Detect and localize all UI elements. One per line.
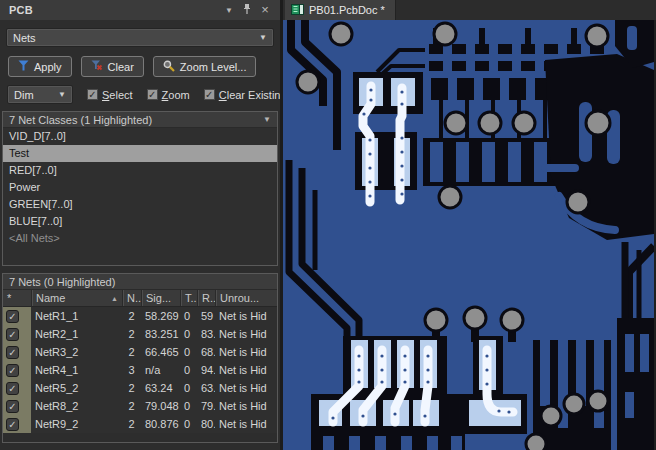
net-classes-box: 7 Net Classes (1 Highlighted) ▼ VID_D[7.… [2,111,278,266]
net-unrouted: Net is Hid [215,418,277,430]
panel-mode-value: Nets [13,32,36,44]
pcb-panel: PCB ▼ × Nets ▼ Apply Clear Zoom Level... [0,0,283,450]
table-row[interactable]: ✓ NetR8_2 2 79.048 0 79. Net is Hid [3,397,277,415]
column-header-name-label: Name [36,292,65,304]
checkbox-checked-icon[interactable]: ✓ [6,346,19,359]
chevron-down-icon: ▼ [259,33,267,42]
net-enabled-cell: ✓ [3,343,31,361]
net-class-item-selected[interactable]: Test [3,145,277,162]
net-unrouted: Net is Hid [215,328,277,340]
document-tabbar: PB01.PcbDoc * [283,0,656,20]
net-classes-header[interactable]: 7 Net Classes (1 Highlighted) ▼ [3,112,277,128]
net-t: 0 [180,364,197,376]
net-unrouted: Net is Hid [215,400,277,412]
select-checkbox-group[interactable]: ✓ Select [87,89,133,101]
net-classes-header-label: 7 Net Classes (1 Highlighted) [9,114,152,126]
pin-icon[interactable] [238,3,256,17]
dim-mode-value: Dim [14,89,34,101]
net-class-item[interactable]: BLUE[7..0] [3,213,277,230]
column-header-signal[interactable]: Sig... [141,290,180,306]
chevron-down-icon: ▼ [263,115,271,124]
net-routed: 94. [197,364,215,376]
application-window: PCB ▼ × Nets ▼ Apply Clear Zoom Level... [0,0,656,450]
dim-mode-select[interactable]: Dim ▼ [7,85,73,104]
clear-existing-checkbox-group[interactable]: ✓ Clear Existing [204,89,280,101]
net-routed: 80. [197,418,215,430]
net-t: 0 [180,346,197,358]
chevron-down-icon: ▼ [58,90,66,99]
net-enabled-cell: ✓ [3,397,31,415]
column-header-name[interactable]: Name ▲ [31,290,122,306]
net-t: 0 [180,382,197,394]
table-row[interactable]: ✓ NetR9_2 2 80.876 0 80. Net is Hid [3,415,277,433]
magnifier-icon [163,60,175,74]
net-unrouted: Net is Hid [215,382,277,394]
column-header-unrouted[interactable]: Unrou... [215,290,277,306]
net-signal: 83.251 [141,328,180,340]
zoom-level-button[interactable]: Zoom Level... [153,56,257,77]
column-header-t[interactable]: T... [180,290,197,306]
net-signal: n/a [141,364,180,376]
apply-button[interactable]: Apply [8,56,72,77]
checkbox-checked-icon[interactable]: ✓ [204,89,215,100]
net-name: NetR2_1 [31,328,122,340]
net-class-item[interactable]: GREEN[7..0] [3,196,277,213]
table-row[interactable]: ✓ NetR1_1 2 58.269 0 59 Net is Hid [3,307,277,325]
table-row[interactable]: ✓ NetR3_2 2 66.465 0 68. Net is Hid [3,343,277,361]
zoom-checkbox-group[interactable]: ✓ Zoom [147,89,190,101]
clear-button[interactable]: Clear [81,56,144,77]
zoom-checkbox-label: Zoom [162,89,190,101]
net-signal: 58.269 [141,310,180,322]
column-header-star[interactable]: * [3,290,31,306]
net-name: NetR1_1 [31,310,122,322]
checkbox-checked-icon[interactable]: ✓ [6,328,19,341]
net-routed: 68. [197,346,215,358]
net-class-item[interactable]: RED[7..0] [3,162,277,179]
column-header-nodes[interactable]: N.. [122,290,141,306]
panel-title: PCB [9,4,33,16]
clear-button-label: Clear [108,61,134,73]
net-unrouted: Net is Hid [215,364,277,376]
net-name: NetR5_2 [31,382,122,394]
net-name: NetR8_2 [31,400,122,412]
nets-box: 7 Nets (0 Highlighted) * Name ▲ N.. Sig.… [2,273,278,443]
net-nodes: 2 [122,400,141,412]
net-routed: 79. [197,400,215,412]
panel-menu-dropdown-icon[interactable]: ▼ [220,6,238,15]
panel-mode-select[interactable]: Nets ▼ [6,28,274,47]
net-signal: 66.465 [141,346,180,358]
net-t: 0 [180,328,197,340]
net-class-item[interactable]: VID_D[7..0] [3,128,277,145]
table-row[interactable]: ✓ NetR2_1 2 83.251 0 83. Net is Hid [3,325,277,343]
net-class-item-all-nets[interactable]: <All Nets> [3,230,277,247]
checkbox-checked-icon[interactable]: ✓ [6,382,19,395]
net-signal: 79.048 [141,400,180,412]
net-routed: 59 [197,310,215,322]
column-header-routed[interactable]: R... [197,290,215,306]
table-row[interactable]: ✓ NetR5_2 2 63.24 0 63. Net is Hid [3,379,277,397]
nets-header-label: 7 Nets (0 Highlighted) [9,276,115,288]
close-icon[interactable]: × [256,5,274,15]
net-nodes: 3 [122,364,141,376]
zoom-level-button-label: Zoom Level... [180,61,247,73]
apply-funnel-icon [18,60,29,73]
net-nodes: 2 [122,310,141,322]
checkbox-checked-icon[interactable]: ✓ [147,89,158,100]
panel-toolbar: Apply Clear Zoom Level... [8,56,280,77]
net-enabled-cell: ✓ [3,307,31,325]
checkbox-checked-icon[interactable]: ✓ [6,418,19,431]
tab-pb01-pcbdoc[interactable]: PB01.PcbDoc * [285,0,396,20]
pcb-canvas[interactable] [283,20,654,450]
net-nodes: 2 [122,346,141,358]
checkbox-checked-icon[interactable]: ✓ [87,89,98,100]
checkbox-checked-icon[interactable]: ✓ [6,310,19,323]
net-enabled-cell: ✓ [3,379,31,397]
net-enabled-cell: ✓ [3,325,31,343]
net-class-item[interactable]: Power [3,179,277,196]
net-routed: 63. [197,382,215,394]
editor-area: PB01.PcbDoc * [283,0,656,450]
table-row[interactable]: ✓ NetR4_1 3 n/a 0 94. Net is Hid [3,361,277,379]
checkbox-checked-icon[interactable]: ✓ [6,400,19,413]
checkbox-checked-icon[interactable]: ✓ [6,364,19,377]
nets-header: 7 Nets (0 Highlighted) [3,274,277,290]
